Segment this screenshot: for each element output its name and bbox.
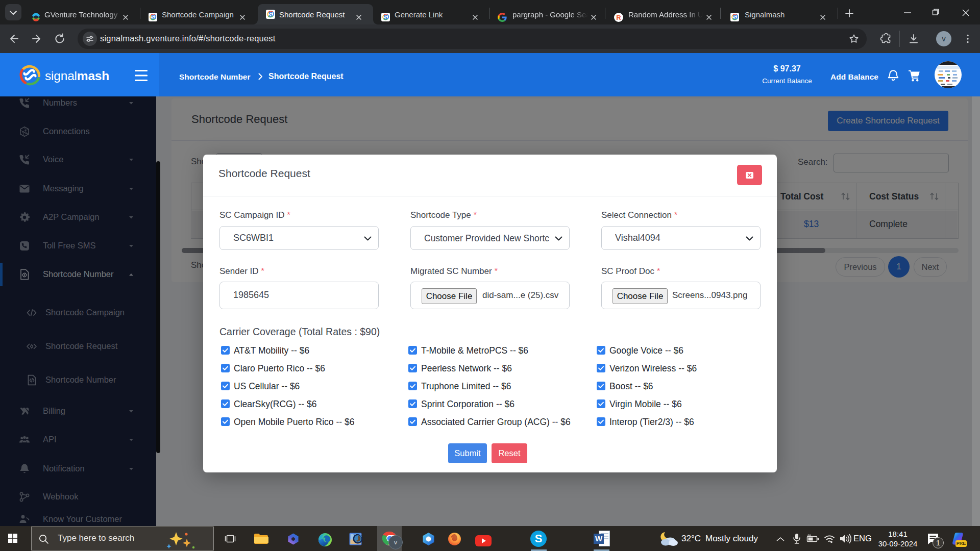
svg-text:R: R — [616, 14, 621, 21]
